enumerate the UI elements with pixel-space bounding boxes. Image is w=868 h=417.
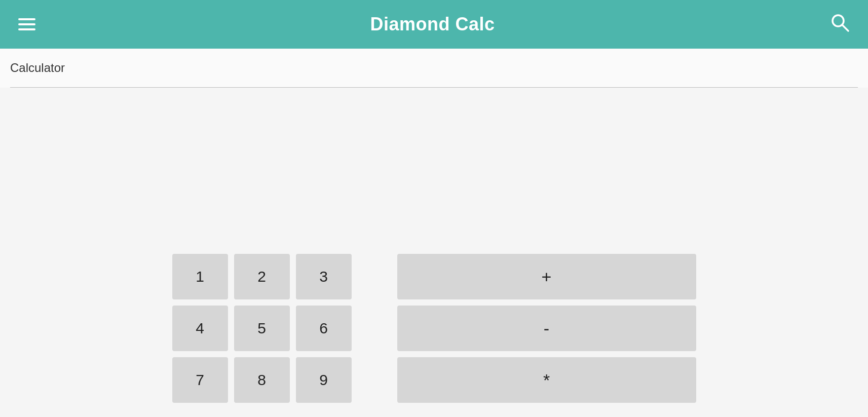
calculator-area: 1 2 3 4 5 6 7 8 9 + - * — [0, 254, 868, 403]
button-3[interactable]: 3 — [296, 254, 352, 299]
svg-line-1 — [842, 25, 848, 31]
numpad: 1 2 3 4 5 6 7 8 9 — [172, 254, 352, 403]
button-minus[interactable]: - — [397, 306, 696, 351]
button-multiply[interactable]: * — [397, 357, 696, 403]
button-1[interactable]: 1 — [172, 254, 228, 299]
breadcrumb-label: Calculator — [10, 61, 65, 74]
button-7[interactable]: 7 — [172, 357, 228, 403]
main-content: 1 2 3 4 5 6 7 8 9 + - * — [0, 88, 868, 417]
search-icon[interactable] — [829, 12, 850, 37]
sub-header: Calculator — [0, 49, 868, 88]
button-5[interactable]: 5 — [234, 306, 290, 351]
button-6[interactable]: 6 — [296, 306, 352, 351]
button-8[interactable]: 8 — [234, 357, 290, 403]
menu-icon[interactable] — [18, 18, 35, 30]
app-title: Diamond Calc — [370, 14, 495, 35]
button-2[interactable]: 2 — [234, 254, 290, 299]
button-4[interactable]: 4 — [172, 306, 228, 351]
app-header: Diamond Calc — [0, 0, 868, 49]
button-9[interactable]: 9 — [296, 357, 352, 403]
oppad: + - * — [397, 254, 696, 403]
button-plus[interactable]: + — [397, 254, 696, 299]
